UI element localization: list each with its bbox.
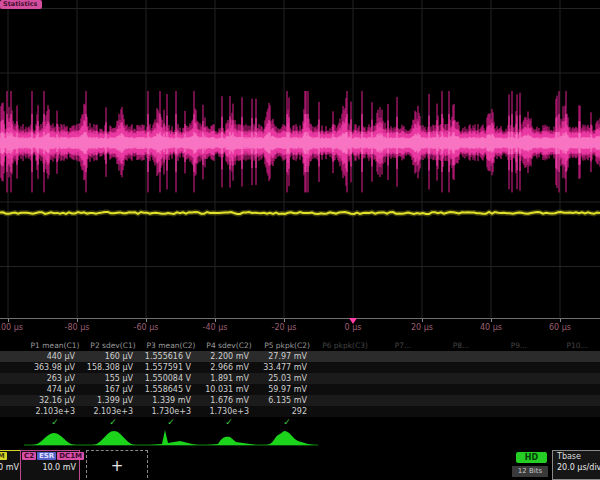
status-check-icon: ✓: [200, 417, 258, 428]
trigger-position-marker[interactable]: [349, 318, 357, 324]
measurement-cell: 1.676 mV: [200, 395, 258, 406]
measurement-cell: 160 µV: [84, 351, 142, 362]
measurement-cell: 1.558645 V: [142, 384, 200, 395]
time-axis-label: 20 µs: [411, 323, 433, 332]
channel-c2-descriptor[interactable]: C2 ESR DC1M 10.0 mV: [20, 450, 80, 480]
status-check-icon: ✓: [258, 417, 316, 428]
time-axis-label: 0 µs: [345, 323, 362, 332]
time-axis-label: -80 µs: [65, 323, 90, 332]
axis-tick: [8, 319, 9, 322]
measurement-cell: 6.135 mV: [258, 395, 316, 406]
time-axis: -100 µs-80 µs-60 µs-40 µs-20 µs0 µs20 µs…: [0, 318, 600, 335]
measurement-row: 2.103e+32.103e+31.730e+31.730e+3292: [0, 406, 600, 417]
measurement-cell: 32.16 µV: [26, 395, 84, 406]
measurement-cell: 33.477 mV: [258, 362, 316, 373]
measurement-cell: [316, 351, 374, 362]
trace-label-badge: Statistics: [0, 0, 42, 9]
axis-tick: [146, 319, 147, 322]
measurement-cell: [316, 373, 374, 384]
time-axis-label: 60 µs: [549, 323, 571, 332]
parameter-header[interactable]: P3 mean(C2): [142, 340, 200, 351]
measurement-cell: [548, 351, 600, 362]
measurement-row: 440 µV160 µV1.555616 V2.200 mV27.97 mV: [0, 351, 600, 362]
measurement-cell: [490, 362, 548, 373]
measurement-row: 474 µV167 µV1.558645 V10.031 mV59.97 mV: [0, 384, 600, 395]
measurement-cell: 1.557591 V: [142, 362, 200, 373]
parameter-header[interactable]: P8...: [432, 340, 490, 351]
measurement-cell: [490, 351, 548, 362]
c1-coupling-badge: DC1M: [0, 452, 7, 460]
measurement-cell: 1.555616 V: [142, 351, 200, 362]
measurement-cell: 1.550084 V: [142, 373, 200, 384]
measurement-cell: 59.97 mV: [258, 384, 316, 395]
measurement-cell: [490, 395, 548, 406]
hd-bits-label: 12 Bits: [512, 466, 548, 477]
measurement-cell: 2.966 mV: [200, 362, 258, 373]
status-check-icon: ✓: [84, 417, 142, 428]
measurement-cell: [548, 395, 600, 406]
timebase-descriptor[interactable]: Tbase 20.0 µs/div: [552, 450, 600, 480]
parameter-header[interactable]: P9...: [490, 340, 548, 351]
timebase-scale-value: 20.0 µs/div: [553, 461, 600, 472]
axis-tick: [422, 319, 423, 322]
axis-tick: [215, 319, 216, 322]
status-check-icon: ✓: [142, 417, 200, 428]
axis-tick: [284, 319, 285, 322]
axis-tick: [560, 319, 561, 322]
c2-esr-badge: ESR: [37, 452, 56, 460]
parameter-histicons: [22, 428, 322, 447]
parameter-header[interactable]: P4 sdev(C2): [200, 340, 258, 351]
measurement-cell: 2.103e+3: [26, 406, 84, 417]
measurement-cell: 474 µV: [26, 384, 84, 395]
timebase-label: Tbase: [553, 451, 600, 461]
measurement-cell: [316, 395, 374, 406]
parameter-header[interactable]: P1 mean(C1): [26, 340, 84, 351]
measurement-row: ✓✓✓✓✓: [0, 417, 600, 428]
measurement-cell: 1.891 mV: [200, 373, 258, 384]
measurement-cell: [316, 406, 374, 417]
measurement-cell: 292: [258, 406, 316, 417]
measurement-cell: [374, 351, 432, 362]
c2-scale-value: 10.0 mV: [21, 460, 79, 472]
parameter-header[interactable]: P7...: [374, 340, 432, 351]
hd-mode-badge[interactable]: HD: [516, 452, 547, 463]
measurement-cell: 1.730e+3: [142, 406, 200, 417]
measurement-cell: [432, 406, 490, 417]
c1-scale-value: 20.0 mV: [0, 460, 22, 472]
measurement-cell: [548, 384, 600, 395]
measurement-cell: [432, 373, 490, 384]
measurement-cell: [432, 384, 490, 395]
measurement-cell: 440 µV: [26, 351, 84, 362]
parameter-header[interactable]: P6 pkpk(C3): [316, 340, 374, 351]
parameter-header[interactable]: P2 sdev(C1): [84, 340, 142, 351]
measurement-cell: [374, 384, 432, 395]
measurement-cell: [374, 395, 432, 406]
parameter-header[interactable]: P10...: [548, 340, 600, 351]
parameter-header[interactable]: P5 pkpk(C2): [258, 340, 316, 351]
waveform-grid: [0, 0, 600, 318]
measurement-row: 263 µV155 µV1.550084 V1.891 mV25.03 mV: [0, 373, 600, 384]
measurement-cell: 158.308 µV: [84, 362, 142, 373]
measurement-cell: [374, 406, 432, 417]
measurement-cell: [432, 351, 490, 362]
axis-tick: [77, 319, 78, 322]
measurement-cell: [548, 373, 600, 384]
time-axis-label: 40 µs: [480, 323, 502, 332]
measurement-cell: 167 µV: [84, 384, 142, 395]
oscilloscope-screen: { "trace_label": { "text": "Statistics",…: [0, 0, 600, 480]
measurement-cell: [432, 395, 490, 406]
add-trace-button[interactable]: +: [86, 450, 148, 480]
measurement-row: P1 mean(C1)P2 sdev(C1)P3 mean(C2)P4 sdev…: [0, 340, 600, 351]
measurement-cell: [316, 384, 374, 395]
time-axis-label: -40 µs: [203, 323, 228, 332]
time-axis-label: -20 µs: [272, 323, 297, 332]
measurement-cell: 263 µV: [26, 373, 84, 384]
measurement-cell: 25.03 mV: [258, 373, 316, 384]
time-axis-label: -100 µs: [0, 323, 23, 332]
measurement-row: 32.16 µV1.399 µV1.339 mV1.676 mV6.135 mV: [0, 395, 600, 406]
plus-icon: +: [111, 457, 124, 475]
measurement-cell: [374, 362, 432, 373]
measurement-cell: [548, 362, 600, 373]
measurement-row: 363.98 µV158.308 µV1.557591 V2.966 mV33.…: [0, 362, 600, 373]
measurement-cell: 2.103e+3: [84, 406, 142, 417]
